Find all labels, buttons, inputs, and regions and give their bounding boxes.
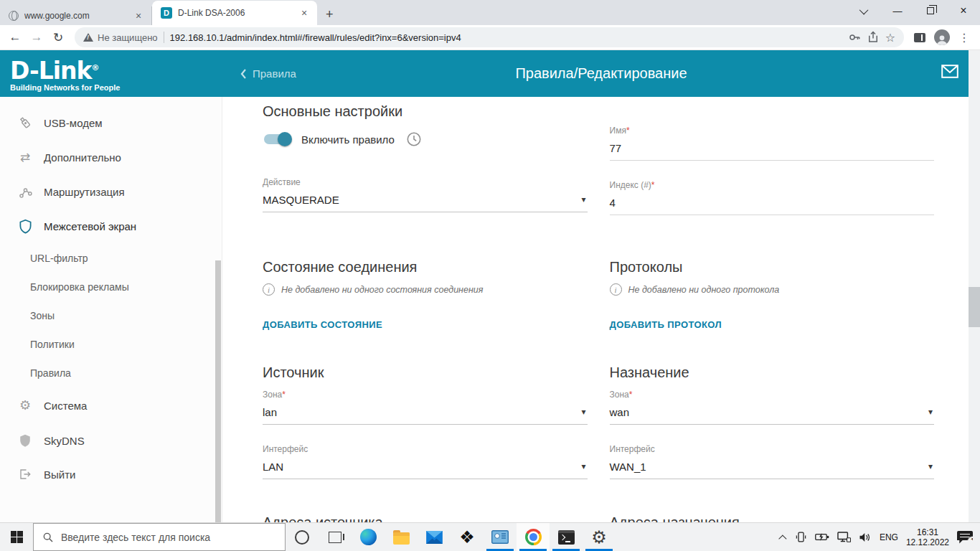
- states-empty-text: Не добавлено ни одного состояния соедине…: [281, 285, 483, 295]
- bookmark-star-icon[interactable]: ☆: [885, 31, 895, 44]
- presentation-app-button[interactable]: [484, 523, 517, 551]
- cortana-button[interactable]: [286, 523, 319, 551]
- sidebar-item-ad-block[interactable]: Блокировка рекламы: [0, 273, 222, 301]
- taskbar-search[interactable]: Введите здесь текст для поиска: [33, 523, 286, 551]
- profile-avatar[interactable]: [934, 29, 950, 45]
- sidebar-item-skydns[interactable]: SkyDNS: [0, 423, 222, 458]
- sidebar-item-policies[interactable]: Политики: [0, 330, 222, 359]
- arrows-icon: ⇄: [17, 150, 33, 165]
- dest-zone-field[interactable]: Зона* wan ▾: [610, 390, 935, 425]
- minimize-button[interactable]: —: [881, 0, 914, 22]
- forward-button[interactable]: →: [27, 30, 46, 44]
- close-tab-icon[interactable]: ×: [133, 10, 144, 22]
- close-window-button[interactable]: ×: [947, 0, 980, 22]
- tab-dlink[interactable]: D D-Link DSA-2006 ×: [152, 1, 317, 25]
- mail-icon[interactable]: [941, 65, 958, 81]
- page-scrollbar[interactable]: [969, 50, 980, 522]
- maximize-button[interactable]: [914, 0, 947, 22]
- source-zone-field[interactable]: Зона* lan ▾: [263, 390, 588, 425]
- sidebar-item-usb-modem[interactable]: USB-модем: [0, 105, 222, 140]
- dropbox-button[interactable]: ❖: [451, 523, 484, 551]
- sidebar-item-rules[interactable]: Правила: [0, 359, 222, 387]
- index-input[interactable]: 4: [610, 197, 935, 215]
- language-indicator[interactable]: ENG: [880, 532, 898, 542]
- sidebar-item-zones[interactable]: Зоны: [0, 301, 222, 330]
- schedule-clock-icon[interactable]: [406, 131, 422, 147]
- side-panel-icon[interactable]: [914, 33, 925, 42]
- enable-rule-toggle[interactable]: [264, 134, 290, 144]
- close-tab-icon[interactable]: ×: [298, 7, 310, 19]
- battery-icon[interactable]: [815, 532, 829, 542]
- browser-menu-icon[interactable]: ⋮: [958, 31, 970, 44]
- dropbox-icon: ❖: [459, 529, 475, 546]
- tab-search-chevron-icon[interactable]: [848, 0, 881, 22]
- sidebar-item-firewall[interactable]: Межсетевой экран: [0, 209, 222, 244]
- add-protocol-button[interactable]: ДОБАВИТЬ ПРОТОКОЛ: [610, 319, 722, 330]
- page-scrollbar-thumb[interactable]: [969, 287, 980, 327]
- task-view-button[interactable]: [319, 523, 352, 551]
- source-interface-field[interactable]: Интерфейс LAN ▾: [263, 444, 588, 479]
- page-title: Правила/Редактирование: [222, 65, 980, 82]
- search-placeholder: Введите здесь текст для поиска: [61, 532, 210, 543]
- settings-button[interactable]: ⚙: [583, 523, 616, 551]
- index-field[interactable]: Индекс (#)* 4: [610, 180, 935, 215]
- dest-interface-field[interactable]: Интерфейс WAN_1 ▾: [610, 444, 935, 479]
- network-icon[interactable]: [837, 532, 851, 542]
- edge-button[interactable]: [352, 523, 385, 551]
- chevron-down-icon: ▾: [581, 407, 585, 417]
- presentation-app-icon: [491, 530, 509, 544]
- notification-badge: 1: [967, 536, 978, 547]
- start-button[interactable]: [0, 523, 33, 551]
- command-prompt-button[interactable]: [550, 523, 583, 551]
- action-select[interactable]: MASQUERADE ▾: [263, 194, 588, 212]
- sidebar-item-routing[interactable]: Маршрутизация: [0, 175, 222, 209]
- chrome-button[interactable]: [517, 523, 550, 551]
- sidebar-item-advanced[interactable]: ⇄ Дополнительно: [0, 140, 222, 175]
- password-key-icon[interactable]: [848, 31, 861, 44]
- section-title-destination: Назначение: [610, 364, 935, 381]
- tab-google[interactable]: www.google.com ×: [0, 6, 152, 25]
- clock[interactable]: 16:31 12.12.2022: [906, 527, 949, 547]
- globe-icon: [9, 11, 19, 21]
- tray-expand-icon[interactable]: [778, 534, 786, 542]
- add-state-button[interactable]: ДОБАВИТЬ СОСТОЯНИЕ: [263, 319, 382, 330]
- name-label: Имя*: [610, 126, 935, 136]
- file-explorer-button[interactable]: [385, 523, 418, 551]
- section-title-source: Источник: [263, 364, 588, 381]
- url-text[interactable]: 192.168.10.1/admin/index.html#/firewall/…: [170, 32, 842, 43]
- source-zone-select[interactable]: lan ▾: [263, 406, 588, 425]
- gear-icon: ⚙: [17, 397, 33, 413]
- address-bar[interactable]: Не защищено 192.168.10.1/admin/index.htm…: [75, 27, 904, 47]
- sidebar-item-logout[interactable]: Выйти: [0, 458, 222, 491]
- not-secure-indicator[interactable]: Не защищено: [83, 32, 158, 43]
- toolbar-right-cluster: ⋮: [911, 29, 973, 45]
- mail-app-button[interactable]: [418, 523, 451, 551]
- new-tab-button[interactable]: +: [317, 7, 342, 25]
- sidebar-item-system[interactable]: ⚙ Система: [0, 387, 222, 423]
- back-button[interactable]: ←: [6, 30, 24, 44]
- phone-link-icon[interactable]: [795, 531, 807, 543]
- dlink-logo: D-Link® Building Networks for People: [0, 50, 222, 97]
- sidebar-item-url-filter[interactable]: URL-фильтр: [0, 244, 222, 273]
- dest-zone-select[interactable]: wan ▾: [610, 406, 935, 425]
- terminal-icon: [558, 530, 575, 545]
- action-field[interactable]: Действие MASQUERADE ▾: [263, 177, 588, 212]
- sidebar-scrollbar[interactable]: [215, 260, 221, 522]
- section-title-dest-addresses: Адреса назначения: [610, 514, 935, 522]
- sidebar: USB-модем ⇄ Дополнительно Маршрутизация …: [0, 97, 222, 522]
- dest-interface-select[interactable]: WAN_1 ▾: [610, 461, 935, 479]
- name-field[interactable]: Имя* 77: [610, 126, 935, 161]
- window-controls: — ×: [848, 0, 980, 22]
- folder-icon: [393, 532, 410, 545]
- app-header: D-Link® Building Networks for People Пра…: [0, 50, 980, 97]
- share-icon[interactable]: [867, 31, 880, 44]
- notification-center-icon[interactable]: 1: [957, 531, 973, 544]
- source-interface-select[interactable]: LAN ▾: [263, 461, 588, 479]
- name-input[interactable]: 77: [610, 142, 935, 161]
- browser-toolbar: ← → ↻ Не защищено 192.168.10.1/admin/ind…: [0, 25, 980, 50]
- speaker-icon[interactable]: [859, 532, 872, 543]
- tray-date: 12.12.2022: [906, 537, 949, 547]
- breadcrumb-back-link[interactable]: Правила: [240, 67, 296, 80]
- logout-icon: [17, 468, 33, 481]
- reload-button[interactable]: ↻: [49, 30, 67, 45]
